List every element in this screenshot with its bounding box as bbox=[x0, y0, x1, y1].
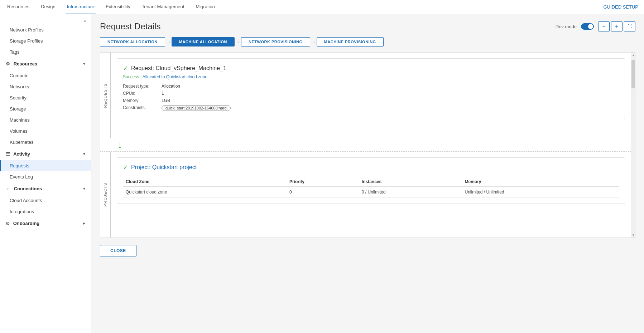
breadcrumb-arrow-3: → bbox=[311, 39, 316, 45]
sidebar-item-cloud-accounts[interactable]: Cloud Accounts bbox=[0, 195, 91, 206]
sidebar-item-machines[interactable]: Machines bbox=[0, 114, 91, 126]
chevron-down-icon-activity: ▾ bbox=[83, 152, 85, 156]
sidebar-item-security[interactable]: Security bbox=[0, 92, 91, 103]
breadcrumb-arrow-2: → bbox=[235, 39, 240, 45]
nav-tenant-management[interactable]: Tenant Management bbox=[140, 0, 186, 14]
nav-resources[interactable]: Resources bbox=[6, 0, 31, 14]
sidebar-section-onboarding[interactable]: ⊙ Onboarding ▸ bbox=[0, 217, 91, 230]
nav-extensibility[interactable]: Extensibility bbox=[104, 0, 132, 14]
col-priority: Priority bbox=[287, 177, 359, 187]
tab-network-allocation[interactable]: NETWORK ALLOCATION bbox=[100, 37, 165, 46]
col-memory: Memory bbox=[462, 177, 619, 187]
activity-icon: ☰ bbox=[6, 151, 10, 157]
field-memory: Memory: 1GB bbox=[123, 98, 619, 103]
nav-infrastructure[interactable]: Infrastructure bbox=[66, 0, 96, 14]
project-title[interactable]: Project: Quickstart project bbox=[131, 164, 197, 171]
zoom-out-button[interactable]: − bbox=[598, 21, 610, 31]
app-layout: « Network Profiles Storage Profiles Tags… bbox=[0, 14, 644, 333]
panel-scrollbar[interactable]: ▲ ▼ bbox=[631, 53, 635, 237]
sidebar-item-kubernetes[interactable]: Kubernetes bbox=[0, 137, 91, 148]
zoom-fit-button[interactable]: ⛶ bbox=[624, 21, 635, 31]
table-row: Quickstart cloud zone 0 0 / Unlimited Un… bbox=[123, 187, 619, 198]
status-success-text: Success bbox=[123, 74, 139, 79]
nav-items: Resources Design Infrastructure Extensib… bbox=[6, 0, 216, 14]
panel-scroll-area[interactable]: Requests ✓ Request: Cloud_vSphere_Machin… bbox=[100, 53, 631, 237]
stage-label-projects: Projects bbox=[100, 152, 111, 237]
status-detail-text: : Allocated to Quickstart cloud zone bbox=[140, 74, 207, 79]
sidebar-section-connections-label: Connections bbox=[14, 186, 42, 191]
tab-machine-provisioning[interactable]: MACHINE PROVISIONING bbox=[317, 37, 384, 46]
main-content: Request Details Dev mode − + ⛶ NETWORK A… bbox=[91, 14, 644, 333]
zoom-in-button[interactable]: + bbox=[611, 21, 623, 31]
sidebar-item-tags[interactable]: Tags bbox=[0, 46, 91, 58]
chevron-down-icon: ▾ bbox=[83, 62, 85, 66]
field-value-cpus: 1 bbox=[162, 91, 164, 96]
detail-panel: Requests ✓ Request: Cloud_vSphere_Machin… bbox=[100, 52, 635, 238]
col-instances: Instances bbox=[359, 177, 462, 187]
projects-stage-row: Projects ✓ Project: Quickstart project bbox=[100, 151, 631, 237]
projects-stage-body: ✓ Project: Quickstart project Cloud Zone… bbox=[111, 152, 631, 237]
sidebar-item-compute[interactable]: Compute bbox=[0, 70, 91, 81]
top-navigation: Resources Design Infrastructure Extensib… bbox=[0, 0, 644, 14]
col-cloud-zone: Cloud Zone bbox=[123, 177, 287, 187]
sidebar-item-events-log[interactable]: Events Log bbox=[0, 171, 91, 182]
nav-design[interactable]: Design bbox=[39, 0, 57, 14]
sidebar-section-connections[interactable]: ↔ Connections ▾ bbox=[0, 182, 91, 195]
field-label-cpus: CPUs: bbox=[123, 91, 159, 96]
sidebar-item-volumes[interactable]: Volumes bbox=[0, 126, 91, 137]
sidebar-item-network-profiles[interactable]: Network Profiles bbox=[0, 24, 91, 35]
cell-cloud-zone: Quickstart cloud zone bbox=[123, 187, 287, 198]
project-header: ✓ Project: Quickstart project bbox=[123, 163, 619, 171]
sidebar-section-activity-label: Activity bbox=[13, 151, 30, 157]
card-title: Request: Cloud_vSphere_Machine_1 bbox=[131, 65, 226, 72]
close-button[interactable]: CLOSE bbox=[100, 245, 136, 256]
nav-migration[interactable]: Migration bbox=[194, 0, 216, 14]
sidebar-item-integrations[interactable]: Integrations bbox=[0, 206, 91, 217]
sidebar-item-storage-profiles[interactable]: Storage Profiles bbox=[0, 35, 91, 46]
cell-memory: Unlimited / Unlimited bbox=[462, 187, 619, 198]
chevron-right-icon-onboarding: ▸ bbox=[83, 221, 85, 226]
breadcrumb-tabs: NETWORK ALLOCATION → MACHINE ALLOCATION … bbox=[100, 37, 635, 46]
chevron-down-icon-connections: ▾ bbox=[83, 186, 85, 191]
field-request-type: Request type: Allocation bbox=[123, 84, 619, 89]
scrollbar-thumb[interactable] bbox=[631, 60, 635, 88]
request-card: ✓ Request: Cloud_vSphere_Machine_1 Succe… bbox=[117, 58, 625, 119]
resources-icon: ⚙ bbox=[6, 61, 10, 67]
cell-priority: 0 bbox=[287, 187, 359, 198]
cell-instances: 0 / Unlimited bbox=[359, 187, 462, 198]
sidebar-item-requests[interactable]: Requests bbox=[0, 160, 91, 171]
dev-mode-toggle[interactable] bbox=[581, 23, 594, 30]
constraint-tag: quick_start:20191002-164600:hard bbox=[162, 105, 231, 111]
page-title: Request Details bbox=[100, 21, 160, 31]
scrollbar-up-arrow[interactable]: ▲ bbox=[631, 53, 635, 58]
requests-stage-row: Requests ✓ Request: Cloud_vSphere_Machin… bbox=[100, 53, 631, 138]
field-constraints: Constraints: quick_start:20191002-164600… bbox=[123, 105, 619, 111]
stage-label-requests: Requests bbox=[100, 53, 111, 138]
onboarding-icon: ⊙ bbox=[6, 221, 10, 226]
sidebar-collapse-button[interactable]: « bbox=[82, 17, 88, 24]
scrollbar-down-arrow[interactable]: ▼ bbox=[631, 232, 635, 237]
sidebar: « Network Profiles Storage Profiles Tags… bbox=[0, 14, 91, 333]
tab-machine-allocation[interactable]: MACHINE ALLOCATION bbox=[172, 37, 235, 46]
field-value-request-type: Allocation bbox=[162, 84, 180, 89]
card-header: ✓ Request: Cloud_vSphere_Machine_1 bbox=[123, 64, 619, 72]
tab-network-provisioning[interactable]: NETWORK PROVISIONING bbox=[241, 37, 310, 46]
sidebar-section-activity[interactable]: ☰ Activity ▾ bbox=[0, 148, 91, 160]
field-label-request-type: Request type: bbox=[123, 84, 159, 89]
success-icon: ✓ bbox=[123, 64, 128, 72]
field-cpus: CPUs: 1 bbox=[123, 91, 619, 96]
sidebar-section-resources[interactable]: ⚙ Resources ▾ bbox=[0, 58, 91, 70]
project-card: ✓ Project: Quickstart project Cloud Zone… bbox=[117, 157, 625, 204]
bottom-section: CLOSE bbox=[100, 245, 635, 256]
guided-setup-link[interactable]: GUIDED SETUP bbox=[603, 4, 638, 10]
project-table: Cloud Zone Priority Instances Memory Qui… bbox=[123, 177, 619, 198]
sidebar-item-storage[interactable]: Storage bbox=[0, 103, 91, 114]
sidebar-section-resources-label: Resources bbox=[14, 61, 37, 67]
sidebar-item-networks[interactable]: Networks bbox=[0, 81, 91, 92]
connector-arrow: ↓ bbox=[100, 138, 631, 151]
field-value-memory: 1GB bbox=[162, 98, 170, 103]
field-label-memory: Memory: bbox=[123, 98, 159, 103]
toggle-knob bbox=[588, 24, 593, 29]
card-subtitle: Success : Allocated to Quickstart cloud … bbox=[123, 74, 619, 79]
page-header: Request Details Dev mode − + ⛶ bbox=[100, 21, 635, 31]
